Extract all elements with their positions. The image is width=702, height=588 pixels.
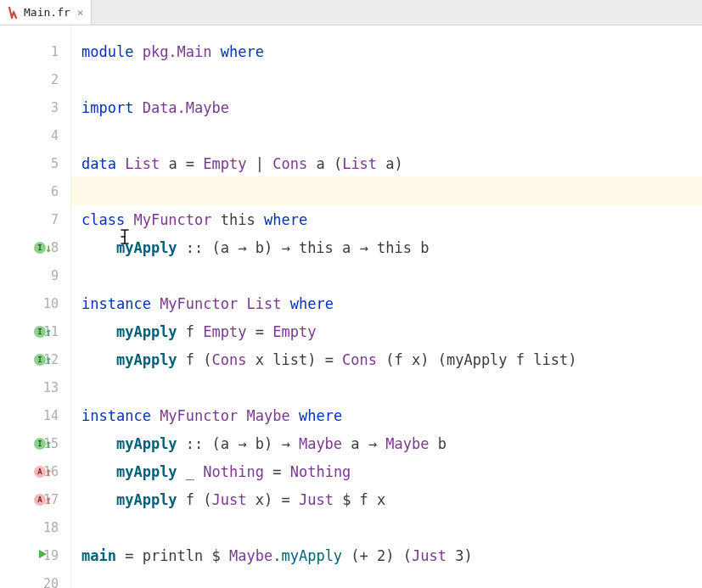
code-line[interactable] [81,121,702,149]
line-number: 10 [38,296,59,311]
gutter-line[interactable]: 9 [0,261,70,289]
gutter-line[interactable]: 1 [0,37,70,65]
code-line-current[interactable] [71,177,702,205]
editor: 1234567I8910I11I121314I15A16A17181920 mo… [0,25,702,588]
tab-bar: Main.fr × [0,0,702,25]
line-number: 14 [38,408,59,423]
gutter-line[interactable]: 3 [0,93,70,121]
run-gutter-icon[interactable] [37,549,48,562]
gutter-line[interactable]: 6 [0,177,70,205]
gutter-line[interactable]: 5 [0,149,70,177]
gutter-line[interactable]: 10 [0,289,70,317]
gutter-line[interactable]: A16 [0,457,70,485]
line-number: 4 [38,128,59,143]
code-line[interactable]: main = println $ Maybe.myApply (+ 2) (Ju… [81,541,702,569]
code-line[interactable]: instance MyFunctor Maybe where [81,401,702,429]
line-number: 3 [38,100,59,115]
gutter-line[interactable]: 14 [0,401,70,429]
line-number: 7 [38,212,59,227]
overrides-gutter-icon[interactable]: A [34,492,52,507]
code-area[interactable]: module pkg.Main where import Data.Maybe … [71,25,702,588]
overrides-gutter-icon[interactable]: A [34,464,52,479]
line-number: 18 [38,520,59,535]
code-line[interactable] [81,373,702,401]
code-line[interactable]: myApply f (Cons x list) = Cons (f x) (my… [81,345,702,373]
gutter-line[interactable]: I15 [0,429,70,457]
gutter-line[interactable]: 18 [0,513,70,541]
implements-gutter-icon[interactable]: I [34,436,52,451]
code-line[interactable] [81,569,702,588]
gutter-line[interactable]: 7 [0,205,70,233]
code-line[interactable]: myApply f Empty = Empty [81,317,702,345]
code-line[interactable]: data List a = Empty | Cons a (List a) [81,149,702,177]
gutter-line[interactable]: A17 [0,485,70,513]
gutter-line[interactable]: I11 [0,317,70,345]
gutter-line[interactable]: I8 [0,233,70,261]
code-line[interactable]: instance MyFunctor List where [81,289,702,317]
implements-gutter-icon[interactable]: I [34,240,52,255]
code-line[interactable] [81,65,702,93]
line-number: 6 [38,184,59,199]
tab-filename: Main.fr [24,0,70,25]
code-line[interactable]: import Data.Maybe [81,93,702,121]
code-line[interactable]: myApply :: (a → b) → this a → this b [81,233,702,261]
code-line[interactable]: myApply f (Just x) = Just $ f x [81,485,702,513]
implements-gutter-icon[interactable]: I [34,324,52,339]
gutter: 1234567I8910I11I121314I15A16A17181920 [0,25,71,588]
gutter-line[interactable]: 19 [0,541,70,569]
code-line[interactable] [81,513,702,541]
file-tab[interactable]: Main.fr × [0,0,92,25]
code-line[interactable]: class MyFunctor this where [81,205,702,233]
gutter-line[interactable]: 13 [0,373,70,401]
code-line[interactable]: myApply :: (a → b) → Maybe a → Maybe b [81,429,702,457]
line-number: 20 [38,576,59,589]
code-line[interactable] [81,261,702,289]
implements-gutter-icon[interactable]: I [34,352,52,367]
line-number: 13 [38,380,59,395]
line-number: 5 [38,156,59,171]
line-number: 2 [38,72,59,87]
gutter-line[interactable]: 2 [0,65,70,93]
gutter-line[interactable]: 20 [0,569,70,588]
close-icon[interactable]: × [77,0,84,25]
gutter-line[interactable]: 4 [0,121,70,149]
frege-file-icon [7,7,19,19]
line-number: 9 [38,268,59,283]
code-line[interactable]: module pkg.Main where [81,37,702,65]
line-number: 1 [38,44,59,59]
gutter-line[interactable]: I12 [0,345,70,373]
code-line[interactable]: myApply _ Nothing = Nothing [81,457,702,485]
